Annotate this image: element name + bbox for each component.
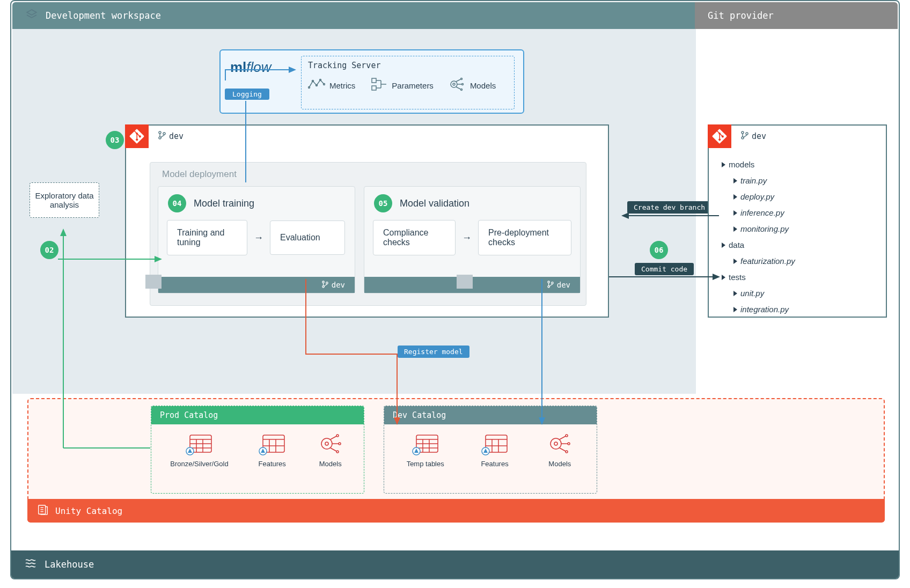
commit-code-label: Commit code bbox=[635, 263, 694, 275]
svg-point-51 bbox=[339, 443, 341, 445]
svg-point-18 bbox=[461, 84, 463, 85]
training-footer: dev bbox=[158, 277, 355, 293]
table-icon bbox=[185, 432, 214, 455]
git-provider-label: Git provider bbox=[708, 10, 774, 21]
svg-point-27 bbox=[548, 281, 549, 283]
lakehouse-icon bbox=[24, 557, 37, 572]
step-03-badge: 03 bbox=[106, 131, 124, 149]
svg-point-32 bbox=[746, 133, 748, 135]
eda-box: Exploratory data analysis bbox=[30, 182, 99, 218]
prod-features-item: Features bbox=[258, 432, 287, 468]
svg-point-19 bbox=[460, 78, 462, 80]
svg-point-47 bbox=[325, 442, 328, 445]
stack-shadow bbox=[457, 275, 473, 289]
stack-title: Model deployment bbox=[162, 169, 237, 180]
dev-workspace-header: Development workspace bbox=[12, 2, 696, 29]
branch-icon bbox=[322, 281, 328, 290]
branch-icon bbox=[741, 131, 748, 141]
step-06-badge: 06 bbox=[650, 241, 668, 259]
arrow-icon: → bbox=[254, 232, 263, 244]
main-branch-chip: dev bbox=[158, 131, 184, 141]
catalog-icon bbox=[37, 504, 49, 518]
svg-point-20 bbox=[460, 89, 462, 91]
lakehouse-bar: Lakehouse bbox=[11, 550, 899, 578]
predeployment-checks-card: Pre-deployment checks bbox=[478, 220, 571, 255]
compliance-checks-card: Compliance checks bbox=[373, 220, 456, 255]
svg-point-72 bbox=[568, 443, 570, 445]
svg-point-30 bbox=[742, 131, 744, 134]
tracking-server-title: Tracking Server bbox=[308, 61, 508, 70]
prod-catalog: Prod Catalog Bronze/Silver/Gold Features… bbox=[151, 406, 364, 494]
branch-icon bbox=[158, 131, 166, 141]
stack-icon bbox=[25, 8, 38, 23]
branch-icon bbox=[547, 281, 554, 290]
mlflow-logo: mlflow bbox=[230, 59, 271, 76]
main-dev-box: dev . . . Model deployment 04 Model trai… bbox=[125, 124, 609, 318]
arrow-icon: → bbox=[462, 232, 472, 244]
models-icon bbox=[449, 77, 466, 94]
svg-marker-0 bbox=[27, 10, 36, 15]
step-05-badge: 05 bbox=[374, 194, 392, 212]
training-tuning-card: Training and tuning bbox=[167, 220, 247, 255]
svg-point-26 bbox=[326, 282, 327, 283]
svg-point-13 bbox=[451, 81, 457, 87]
file-tree: models train.py deploy.py inference.py m… bbox=[722, 157, 795, 318]
svg-line-71 bbox=[560, 448, 566, 451]
stack-shadow bbox=[145, 275, 162, 289]
svg-line-49 bbox=[331, 436, 336, 439]
svg-rect-6 bbox=[372, 78, 376, 83]
git-icon bbox=[125, 124, 149, 148]
model-validation-title: Model validation bbox=[400, 198, 469, 209]
svg-point-52 bbox=[336, 435, 339, 437]
register-model-label: Register model bbox=[398, 346, 469, 358]
logging-badge: Logging bbox=[225, 89, 269, 100]
svg-point-23 bbox=[163, 133, 165, 135]
svg-point-21 bbox=[159, 131, 161, 134]
model-training-title: Model training bbox=[194, 198, 254, 209]
git-tree-box: dev models train.py deploy.py inference.… bbox=[708, 124, 887, 318]
svg-line-16 bbox=[456, 79, 460, 82]
svg-line-17 bbox=[456, 87, 460, 89]
metrics-icon bbox=[308, 77, 325, 94]
svg-point-14 bbox=[453, 83, 455, 85]
lakehouse-container: Development workspace Git provider mlflo… bbox=[10, 0, 900, 579]
svg-point-46 bbox=[321, 438, 332, 449]
model-training-card: 04 Model training Training and tuning → … bbox=[158, 186, 355, 293]
tracking-metrics: Metrics bbox=[308, 77, 355, 94]
tracking-models: Models bbox=[449, 77, 496, 94]
create-branch-label: Create dev branch bbox=[627, 201, 711, 214]
dev-catalog: Dev Catalog Temp tables Features Models bbox=[384, 406, 597, 494]
dev-catalog-title: Dev Catalog bbox=[384, 406, 597, 424]
prod-models-item: Models bbox=[316, 432, 345, 468]
mlflow-box: mlflow Tracking Server Metrics Parameter… bbox=[219, 49, 524, 114]
svg-point-1 bbox=[309, 87, 310, 89]
features-icon bbox=[258, 432, 287, 455]
features-icon bbox=[480, 432, 509, 455]
svg-line-50 bbox=[331, 448, 336, 451]
dev-workspace-label: Development workspace bbox=[46, 10, 161, 21]
unity-catalog-container: Prod Catalog Bronze/Silver/Gold Features… bbox=[27, 398, 885, 523]
svg-point-68 bbox=[554, 442, 557, 445]
tree-branch-chip: dev bbox=[741, 131, 766, 141]
svg-point-74 bbox=[566, 451, 568, 453]
unity-catalog-bar: Unity Catalog bbox=[27, 499, 885, 523]
svg-point-29 bbox=[551, 282, 553, 283]
dev-features-item: Features bbox=[480, 432, 509, 468]
svg-line-70 bbox=[560, 436, 566, 439]
model-deployment-stack: Model deployment 04 Model training Train… bbox=[150, 162, 586, 306]
parameters-icon bbox=[370, 77, 387, 94]
models-icon bbox=[316, 432, 345, 455]
step-02-badge: 02 bbox=[40, 241, 58, 259]
svg-rect-7 bbox=[372, 86, 376, 90]
prod-catalog-title: Prod Catalog bbox=[151, 406, 364, 424]
prod-tables-item: Bronze/Silver/Gold bbox=[170, 432, 228, 468]
svg-point-24 bbox=[322, 281, 324, 283]
step-04-badge: 04 bbox=[168, 194, 186, 212]
svg-point-73 bbox=[566, 435, 568, 437]
evaluation-card: Evaluation bbox=[270, 220, 345, 255]
tracking-parameters: Parameters bbox=[370, 77, 434, 94]
table-icon bbox=[411, 432, 440, 455]
models-icon bbox=[545, 432, 574, 455]
tracking-server-box: Tracking Server Metrics Parameters Model… bbox=[301, 56, 515, 109]
git-icon bbox=[708, 124, 731, 148]
